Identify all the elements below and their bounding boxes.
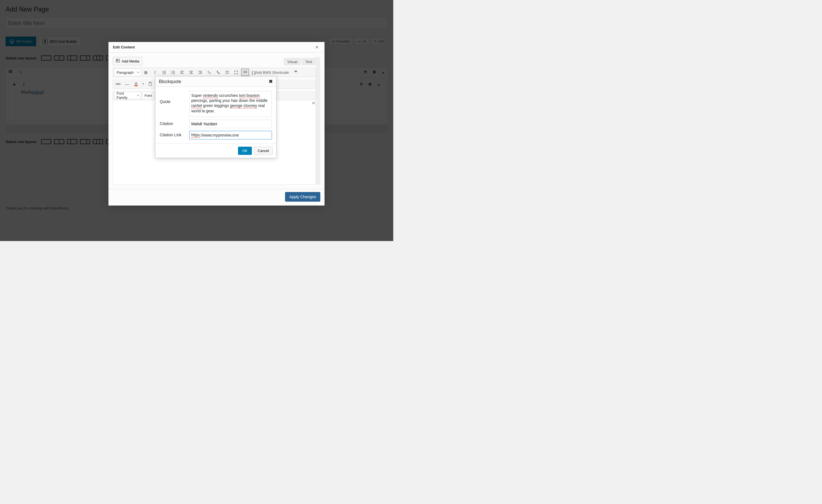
- blockquote-icon[interactable]: ❝: [292, 69, 300, 76]
- svg-rect-28: [200, 72, 202, 73]
- scrollbar-thumb[interactable]: [312, 102, 315, 104]
- svg-rect-38: [246, 72, 247, 73]
- tab-text[interactable]: Text: [302, 58, 316, 65]
- svg-point-9: [162, 71, 163, 71]
- citation-link-input[interactable]: https://www.mypreview.one: [189, 131, 272, 139]
- svg-rect-31: [226, 72, 229, 73]
- text-color-icon[interactable]: A: [132, 80, 140, 88]
- bold-icon[interactable]: B: [142, 69, 150, 76]
- numbered-list-icon[interactable]: 123: [169, 69, 177, 76]
- svg-rect-26: [189, 73, 193, 73]
- svg-text:3: 3: [171, 73, 172, 74]
- svg-rect-25: [190, 72, 192, 73]
- svg-rect-32: [226, 73, 229, 73]
- svg-rect-36: [244, 72, 244, 73]
- apply-changes-button[interactable]: Apply Changes: [285, 192, 320, 202]
- svg-rect-30: [226, 71, 229, 72]
- close-icon[interactable]: ×: [314, 44, 320, 50]
- bullet-list-icon[interactable]: [160, 69, 168, 76]
- svg-rect-14: [163, 73, 166, 74]
- bws-shortcode-button[interactable]: [ ]Add BWS Shortcode: [250, 69, 291, 76]
- blockquote-dialog-title: Blockquote: [159, 79, 181, 84]
- quote-textarea[interactable]: Super nintendo scrunchies toni braxton p…: [189, 91, 272, 117]
- paragraph-select[interactable]: Paragraph: [114, 69, 141, 76]
- ok-button[interactable]: OK: [238, 147, 252, 155]
- svg-rect-18: [172, 72, 175, 73]
- add-media-button[interactable]: Add Media: [113, 57, 142, 65]
- close-icon[interactable]: ✖: [269, 79, 273, 84]
- svg-rect-34: [245, 71, 246, 72]
- citation-link-label: Citation Link: [160, 131, 189, 139]
- tab-visual[interactable]: Visual: [284, 58, 301, 65]
- toolbar-toggle-icon[interactable]: [241, 69, 249, 76]
- svg-rect-33: [244, 71, 244, 72]
- svg-point-11: [162, 72, 163, 73]
- svg-rect-35: [246, 71, 247, 72]
- svg-rect-12: [163, 72, 166, 73]
- font-size-select[interactable]: Font: [142, 92, 152, 99]
- svg-rect-37: [245, 72, 246, 73]
- svg-rect-21: [180, 71, 184, 72]
- toolbar-row-1: Paragraph B I 123 [ ]Add BWS Shortcode ❝: [113, 68, 316, 77]
- align-left-icon[interactable]: [178, 69, 186, 76]
- svg-rect-29: [198, 73, 202, 73]
- citation-input[interactable]: [189, 120, 272, 128]
- hr-icon[interactable]: —: [123, 80, 131, 88]
- svg-rect-39: [149, 82, 151, 86]
- edit-modal-title: Edit Content: [113, 45, 135, 49]
- svg-rect-22: [180, 72, 182, 73]
- readmore-icon[interactable]: [223, 69, 231, 76]
- unlink-icon[interactable]: [214, 69, 222, 76]
- text-color-dropdown-icon[interactable]: ▾: [141, 80, 145, 88]
- blockquote-dialog: Blockquote ✖ Quote Super nintendo scrunc…: [155, 76, 276, 158]
- add-media-label: Add Media: [122, 59, 139, 63]
- fullscreen-icon[interactable]: [232, 69, 240, 76]
- font-family-select[interactable]: Font Family: [114, 92, 141, 99]
- media-icon: [116, 59, 120, 64]
- link-icon[interactable]: [205, 69, 213, 76]
- align-center-icon[interactable]: [187, 69, 195, 76]
- quote-label: Quote: [160, 91, 189, 117]
- align-right-icon[interactable]: [196, 69, 204, 76]
- citation-label: Citation: [160, 120, 189, 128]
- svg-rect-27: [198, 71, 202, 72]
- svg-rect-16: [172, 71, 175, 72]
- svg-rect-24: [189, 71, 193, 72]
- strikethrough-icon[interactable]: ABC: [114, 80, 122, 88]
- paste-text-icon[interactable]: [146, 80, 154, 88]
- svg-rect-23: [180, 73, 184, 73]
- svg-rect-10: [163, 71, 166, 72]
- svg-point-13: [162, 73, 163, 74]
- svg-rect-40: [149, 82, 151, 83]
- svg-rect-20: [172, 73, 175, 74]
- italic-icon[interactable]: I: [151, 69, 159, 76]
- cancel-button[interactable]: Cancel: [254, 147, 273, 155]
